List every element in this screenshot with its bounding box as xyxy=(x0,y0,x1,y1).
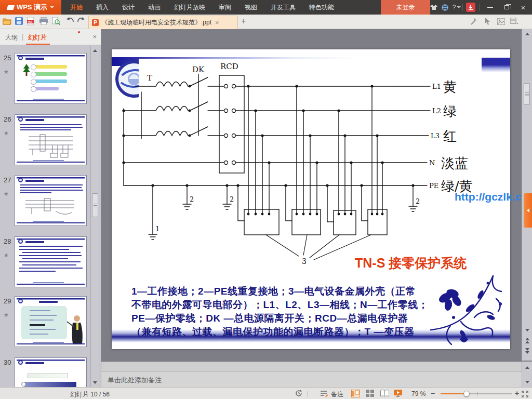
fit-slide-button[interactable] xyxy=(522,390,530,398)
thumbnail-preview xyxy=(15,175,87,226)
notes-toggle-label[interactable]: 备注 xyxy=(331,390,343,399)
menu-tab-view[interactable]: 视图 xyxy=(238,0,264,15)
scrollbar-thumb[interactable] xyxy=(524,83,530,105)
history-icon[interactable] xyxy=(295,390,303,397)
notes-pane[interactable]: 单击此处添加备注 xyxy=(101,371,532,387)
scroll-down-button[interactable] xyxy=(522,378,532,385)
scroll-down-button[interactable] xyxy=(91,379,99,386)
quick-toolbar: PDF P 《施工现场临时用电安全技术规范》.ppt × + xyxy=(0,15,532,29)
slide-counter: 幻灯片 10 / 56 xyxy=(70,390,110,399)
normal-view-button[interactable] xyxy=(351,390,360,397)
tab-close-icon[interactable]: × xyxy=(215,19,219,26)
app-logo[interactable]: WPS 演示 xyxy=(0,0,61,15)
open-file-icon[interactable] xyxy=(3,17,12,26)
login-button[interactable]: 未登录 xyxy=(381,0,430,15)
redo-icon[interactable] xyxy=(77,17,86,26)
document-tab[interactable]: P 《施工现场临时用电安全技术规范》.ppt × xyxy=(88,16,238,29)
content-bar xyxy=(28,374,68,378)
menu-tab-design[interactable]: 设计 xyxy=(115,0,141,15)
menu-tab-review[interactable]: 审阅 xyxy=(212,0,238,15)
tab-slides[interactable]: 幻灯片 xyxy=(28,33,47,42)
menu-tab-animation[interactable]: 动画 xyxy=(141,0,167,15)
print-preview-icon[interactable] xyxy=(52,17,61,26)
label-L1: L1 xyxy=(432,83,441,90)
content-bar xyxy=(24,382,76,387)
label-ground-1: 1 xyxy=(155,225,159,233)
scroll-up-button[interactable] xyxy=(522,30,532,37)
zoom-percentage: 79 % xyxy=(411,390,425,397)
slide-sorter-view-button[interactable] xyxy=(366,390,375,397)
scroll-up-button[interactable] xyxy=(522,364,532,371)
menu-tab-special[interactable]: 特色功能 xyxy=(302,0,341,15)
animation-star-icon: ★ xyxy=(4,69,9,75)
slide-thumbnail-27[interactable]: 27 ★ xyxy=(0,175,101,226)
svg-text:PDF: PDF xyxy=(28,20,33,23)
slide-thumbnail-26[interactable]: 26 ★ xyxy=(0,114,101,165)
divider xyxy=(479,4,480,11)
menu-tab-home[interactable]: 开始 xyxy=(63,0,89,15)
legend-line: 1—工作接地；2—PE线重复接地；3—电气设备金属外壳（正常 xyxy=(131,285,485,298)
scroll-down-button[interactable] xyxy=(522,326,532,334)
bullet-icon xyxy=(21,382,26,387)
reading-view-button[interactable] xyxy=(380,390,389,397)
active-tab-underline xyxy=(26,44,50,45)
slideshow-view-button[interactable] xyxy=(394,390,403,397)
restore-button[interactable] xyxy=(499,0,514,15)
download-updates-icon[interactable] xyxy=(466,3,475,12)
legend-line: PE—保护零线；DK —总电源隔离开关；RCD—总漏电保护器 xyxy=(131,312,485,325)
next-slide-button[interactable] xyxy=(522,347,532,354)
thumbnail-preview xyxy=(15,296,87,347)
zoom-slider[interactable] xyxy=(441,393,512,394)
diagram-image-background xyxy=(139,59,476,277)
close-button[interactable]: × xyxy=(515,0,531,15)
previous-slide-button[interactable] xyxy=(522,337,532,344)
notes-toggle-icon[interactable] xyxy=(320,390,328,397)
watermark-link[interactable]: http://gczlk.cn xyxy=(455,191,528,203)
thumbnail-preview xyxy=(15,236,87,287)
label-ground-2: 2 xyxy=(416,197,420,205)
slide-thumbnail-25[interactable]: 25 ★ xyxy=(0,53,101,104)
skin-shirt-icon[interactable] xyxy=(429,3,438,11)
format-brush-icon[interactable] xyxy=(470,18,479,26)
help-button[interactable]: ? xyxy=(450,3,463,11)
mini-circuit-sketch xyxy=(24,197,76,219)
slide-thumbnail-28[interactable]: 28 ★ xyxy=(0,236,101,287)
notes-scrollbar[interactable] xyxy=(522,362,532,387)
new-tab-button[interactable]: + xyxy=(241,17,246,26)
chevron-down-icon xyxy=(457,6,461,8)
image-tool-icon[interactable] xyxy=(497,18,506,26)
ppt-file-icon: P xyxy=(92,19,99,26)
menu-tab-slideshow[interactable]: 幻灯片放映 xyxy=(167,0,212,15)
task-pane-handle[interactable] xyxy=(524,193,532,228)
mini-circuit-sketch xyxy=(26,134,76,158)
sidebar-scrollbar[interactable] xyxy=(90,46,99,387)
web-globe-icon[interactable] xyxy=(440,3,449,11)
slides-panel: 大纲 | 幻灯片 × 25 ★ 26 ★ xyxy=(0,29,101,387)
zoom-slider-handle[interactable] xyxy=(463,391,470,397)
zoom-slider-fill xyxy=(441,393,467,394)
zoom-out-button[interactable]: − xyxy=(431,389,435,397)
slide-editor[interactable]: T DK RCD L1 L2 L3 N PE 黄 绿 红 淡蓝 绿/黄 1 2 … xyxy=(112,49,510,349)
minimize-button[interactable] xyxy=(482,0,498,15)
panel-close-icon[interactable]: × xyxy=(92,33,97,41)
layout-tool-icon[interactable] xyxy=(510,18,519,26)
print-icon[interactable] xyxy=(39,17,49,26)
slide-thumbnail-30[interactable]: 30 xyxy=(0,357,101,387)
select-cursor-icon[interactable] xyxy=(484,18,493,26)
slide-thumbnail-29[interactable]: 29 ★ xyxy=(0,296,101,347)
export-pdf-icon[interactable]: PDF xyxy=(27,17,36,26)
zoom-in-button[interactable]: + xyxy=(515,389,519,397)
label-rcd: RCD xyxy=(220,62,238,71)
undo-icon[interactable] xyxy=(66,17,75,26)
divider xyxy=(308,391,308,397)
horizontal-scroll-strip[interactable] xyxy=(101,362,532,371)
scroll-up-button[interactable] xyxy=(91,47,99,54)
notes-placeholder[interactable]: 单击此处添加备注 xyxy=(108,376,162,385)
menu-tab-devtools[interactable]: 开发工具 xyxy=(264,0,302,15)
scrollbar-thumb[interactable] xyxy=(92,193,98,217)
tab-outline[interactable]: 大纲 xyxy=(5,33,18,42)
save-icon[interactable] xyxy=(15,17,24,26)
menu-tab-insert[interactable]: 插入 xyxy=(89,0,115,15)
label-ground-2: 2 xyxy=(230,195,234,203)
animation-star-icon: ★ xyxy=(4,252,9,259)
